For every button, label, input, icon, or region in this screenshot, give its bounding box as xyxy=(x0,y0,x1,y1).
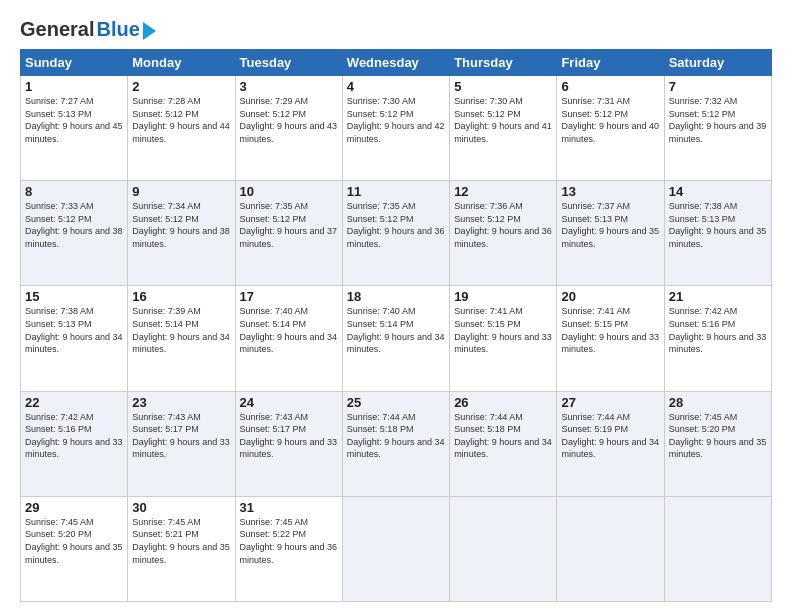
calendar-cell: 23Sunrise: 7:43 AMSunset: 5:17 PMDayligh… xyxy=(128,391,235,496)
day-number: 20 xyxy=(561,289,659,304)
day-info: Sunrise: 7:44 AMSunset: 5:19 PMDaylight:… xyxy=(561,412,659,460)
calendar-cell xyxy=(450,496,557,601)
logo-arrow-icon xyxy=(143,22,156,40)
page-header: General Blue xyxy=(20,18,772,41)
weekday-header-sunday: Sunday xyxy=(21,50,128,76)
day-info: Sunrise: 7:29 AMSunset: 5:12 PMDaylight:… xyxy=(240,96,338,144)
day-info: Sunrise: 7:45 AMSunset: 5:21 PMDaylight:… xyxy=(132,517,230,565)
calendar-cell: 11Sunrise: 7:35 AMSunset: 5:12 PMDayligh… xyxy=(342,181,449,286)
day-info: Sunrise: 7:38 AMSunset: 5:13 PMDaylight:… xyxy=(669,201,767,249)
calendar-cell: 5Sunrise: 7:30 AMSunset: 5:12 PMDaylight… xyxy=(450,76,557,181)
day-info: Sunrise: 7:35 AMSunset: 5:12 PMDaylight:… xyxy=(240,201,338,249)
calendar-cell: 14Sunrise: 7:38 AMSunset: 5:13 PMDayligh… xyxy=(664,181,771,286)
weekday-header-wednesday: Wednesday xyxy=(342,50,449,76)
calendar-cell: 7Sunrise: 7:32 AMSunset: 5:12 PMDaylight… xyxy=(664,76,771,181)
day-info: Sunrise: 7:38 AMSunset: 5:13 PMDaylight:… xyxy=(25,306,123,354)
calendar-cell: 6Sunrise: 7:31 AMSunset: 5:12 PMDaylight… xyxy=(557,76,664,181)
calendar-page: General Blue SundayMondayTuesdayWednesda… xyxy=(0,0,792,612)
weekday-header-tuesday: Tuesday xyxy=(235,50,342,76)
day-number: 2 xyxy=(132,79,230,94)
calendar-cell: 9Sunrise: 7:34 AMSunset: 5:12 PMDaylight… xyxy=(128,181,235,286)
day-info: Sunrise: 7:44 AMSunset: 5:18 PMDaylight:… xyxy=(454,412,552,460)
day-info: Sunrise: 7:42 AMSunset: 5:16 PMDaylight:… xyxy=(25,412,123,460)
calendar-cell: 27Sunrise: 7:44 AMSunset: 5:19 PMDayligh… xyxy=(557,391,664,496)
day-info: Sunrise: 7:36 AMSunset: 5:12 PMDaylight:… xyxy=(454,201,552,249)
day-info: Sunrise: 7:35 AMSunset: 5:12 PMDaylight:… xyxy=(347,201,445,249)
calendar-cell: 4Sunrise: 7:30 AMSunset: 5:12 PMDaylight… xyxy=(342,76,449,181)
day-info: Sunrise: 7:27 AMSunset: 5:13 PMDaylight:… xyxy=(25,96,123,144)
day-info: Sunrise: 7:30 AMSunset: 5:12 PMDaylight:… xyxy=(454,96,552,144)
day-info: Sunrise: 7:45 AMSunset: 5:20 PMDaylight:… xyxy=(669,412,767,460)
calendar-cell xyxy=(557,496,664,601)
calendar-cell: 28Sunrise: 7:45 AMSunset: 5:20 PMDayligh… xyxy=(664,391,771,496)
day-info: Sunrise: 7:41 AMSunset: 5:15 PMDaylight:… xyxy=(454,306,552,354)
logo: General Blue xyxy=(20,18,156,41)
calendar-week-row: 29Sunrise: 7:45 AMSunset: 5:20 PMDayligh… xyxy=(21,496,772,601)
calendar-cell: 20Sunrise: 7:41 AMSunset: 5:15 PMDayligh… xyxy=(557,286,664,391)
day-number: 14 xyxy=(669,184,767,199)
day-info: Sunrise: 7:45 AMSunset: 5:22 PMDaylight:… xyxy=(240,517,338,565)
day-number: 24 xyxy=(240,395,338,410)
day-number: 12 xyxy=(454,184,552,199)
weekday-header-friday: Friday xyxy=(557,50,664,76)
calendar-cell: 10Sunrise: 7:35 AMSunset: 5:12 PMDayligh… xyxy=(235,181,342,286)
weekday-header-saturday: Saturday xyxy=(664,50,771,76)
day-info: Sunrise: 7:34 AMSunset: 5:12 PMDaylight:… xyxy=(132,201,230,249)
logo-blue-text: Blue xyxy=(96,18,139,41)
day-info: Sunrise: 7:40 AMSunset: 5:14 PMDaylight:… xyxy=(240,306,338,354)
calendar-cell: 13Sunrise: 7:37 AMSunset: 5:13 PMDayligh… xyxy=(557,181,664,286)
calendar-week-row: 8Sunrise: 7:33 AMSunset: 5:12 PMDaylight… xyxy=(21,181,772,286)
calendar-cell xyxy=(342,496,449,601)
day-number: 15 xyxy=(25,289,123,304)
calendar-cell: 2Sunrise: 7:28 AMSunset: 5:12 PMDaylight… xyxy=(128,76,235,181)
day-number: 30 xyxy=(132,500,230,515)
day-number: 9 xyxy=(132,184,230,199)
day-info: Sunrise: 7:44 AMSunset: 5:18 PMDaylight:… xyxy=(347,412,445,460)
calendar-cell: 29Sunrise: 7:45 AMSunset: 5:20 PMDayligh… xyxy=(21,496,128,601)
day-number: 29 xyxy=(25,500,123,515)
day-number: 11 xyxy=(347,184,445,199)
day-info: Sunrise: 7:33 AMSunset: 5:12 PMDaylight:… xyxy=(25,201,123,249)
day-number: 22 xyxy=(25,395,123,410)
day-number: 28 xyxy=(669,395,767,410)
day-number: 21 xyxy=(669,289,767,304)
day-info: Sunrise: 7:42 AMSunset: 5:16 PMDaylight:… xyxy=(669,306,767,354)
day-info: Sunrise: 7:45 AMSunset: 5:20 PMDaylight:… xyxy=(25,517,123,565)
calendar-cell: 22Sunrise: 7:42 AMSunset: 5:16 PMDayligh… xyxy=(21,391,128,496)
day-number: 8 xyxy=(25,184,123,199)
day-number: 27 xyxy=(561,395,659,410)
day-number: 16 xyxy=(132,289,230,304)
day-info: Sunrise: 7:41 AMSunset: 5:15 PMDaylight:… xyxy=(561,306,659,354)
calendar-cell: 15Sunrise: 7:38 AMSunset: 5:13 PMDayligh… xyxy=(21,286,128,391)
calendar-cell: 18Sunrise: 7:40 AMSunset: 5:14 PMDayligh… xyxy=(342,286,449,391)
day-info: Sunrise: 7:30 AMSunset: 5:12 PMDaylight:… xyxy=(347,96,445,144)
day-info: Sunrise: 7:39 AMSunset: 5:14 PMDaylight:… xyxy=(132,306,230,354)
calendar-cell: 31Sunrise: 7:45 AMSunset: 5:22 PMDayligh… xyxy=(235,496,342,601)
day-info: Sunrise: 7:40 AMSunset: 5:14 PMDaylight:… xyxy=(347,306,445,354)
weekday-header-thursday: Thursday xyxy=(450,50,557,76)
calendar-cell: 26Sunrise: 7:44 AMSunset: 5:18 PMDayligh… xyxy=(450,391,557,496)
calendar-cell: 8Sunrise: 7:33 AMSunset: 5:12 PMDaylight… xyxy=(21,181,128,286)
calendar-cell: 3Sunrise: 7:29 AMSunset: 5:12 PMDaylight… xyxy=(235,76,342,181)
day-info: Sunrise: 7:43 AMSunset: 5:17 PMDaylight:… xyxy=(240,412,338,460)
calendar-cell: 24Sunrise: 7:43 AMSunset: 5:17 PMDayligh… xyxy=(235,391,342,496)
day-info: Sunrise: 7:37 AMSunset: 5:13 PMDaylight:… xyxy=(561,201,659,249)
calendar-week-row: 22Sunrise: 7:42 AMSunset: 5:16 PMDayligh… xyxy=(21,391,772,496)
day-number: 1 xyxy=(25,79,123,94)
day-number: 25 xyxy=(347,395,445,410)
calendar-cell: 25Sunrise: 7:44 AMSunset: 5:18 PMDayligh… xyxy=(342,391,449,496)
day-number: 19 xyxy=(454,289,552,304)
calendar-cell: 12Sunrise: 7:36 AMSunset: 5:12 PMDayligh… xyxy=(450,181,557,286)
weekday-header-monday: Monday xyxy=(128,50,235,76)
calendar-cell xyxy=(664,496,771,601)
day-number: 10 xyxy=(240,184,338,199)
day-number: 7 xyxy=(669,79,767,94)
day-info: Sunrise: 7:32 AMSunset: 5:12 PMDaylight:… xyxy=(669,96,767,144)
day-number: 31 xyxy=(240,500,338,515)
day-number: 6 xyxy=(561,79,659,94)
day-number: 13 xyxy=(561,184,659,199)
calendar-cell: 17Sunrise: 7:40 AMSunset: 5:14 PMDayligh… xyxy=(235,286,342,391)
day-number: 18 xyxy=(347,289,445,304)
calendar-cell: 19Sunrise: 7:41 AMSunset: 5:15 PMDayligh… xyxy=(450,286,557,391)
weekday-header-row: SundayMondayTuesdayWednesdayThursdayFrid… xyxy=(21,50,772,76)
